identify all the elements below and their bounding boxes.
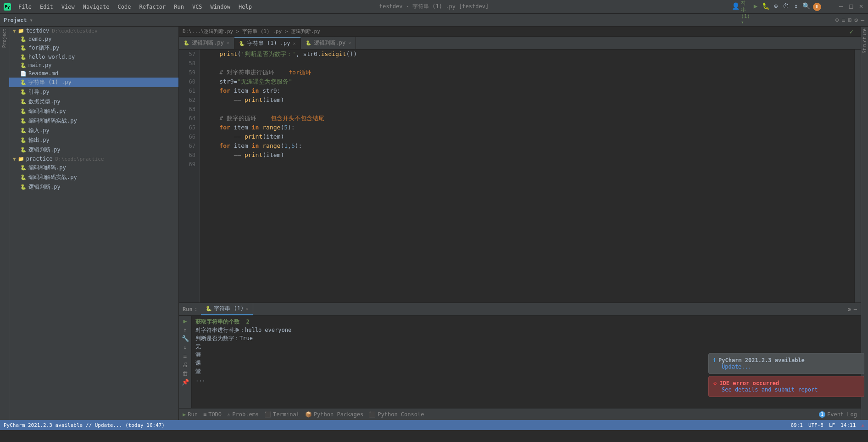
update-link[interactable]: Update... (722, 364, 751, 370)
terminal-tab-btn[interactable]: ⬛ Terminal (264, 411, 300, 418)
tree-root-practice[interactable]: ▼ 📁 practice D:\code\practice (9, 155, 178, 163)
tab-close-icon[interactable]: ✕ (348, 40, 351, 45)
tree-root-testdev[interactable]: ▼ 📁 testdev D:\code\testdev (9, 27, 178, 35)
problems-tab-btn[interactable]: ⚠ Problems (227, 411, 259, 418)
run-line-3: 判断是否为数字：True (195, 334, 857, 342)
search-button[interactable]: 🔍 (803, 3, 809, 9)
error-icon: ⊘ (713, 380, 717, 386)
code-editor: 57 58 59 60 61 62 63 64 65 66 67 68 69 p… (179, 50, 861, 302)
tree-item-encode[interactable]: 🐍 编码和解码.py (9, 106, 178, 116)
run-pin-icon[interactable]: 📌 (182, 379, 189, 386)
tab-ljpd1[interactable]: 🐍 逻辑判断.py ✕ (179, 37, 234, 49)
tab-close-icon[interactable]: ✕ (227, 40, 229, 45)
profile-button[interactable]: ⏱ (783, 3, 789, 9)
debug-button[interactable]: 🐛 (762, 3, 769, 9)
run-print-icon[interactable]: 🖨 (182, 361, 188, 368)
menu-code[interactable]: Code (114, 3, 135, 11)
menu-window[interactable]: Window (207, 3, 234, 11)
coverage-button[interactable]: ⊕ (773, 3, 779, 9)
run-tab-close[interactable]: ✕ (245, 306, 248, 311)
run-play-icon[interactable]: ▶ (184, 318, 187, 325)
tree-item-logic[interactable]: 🐍 逻辑判断.py (9, 145, 178, 155)
maximize-button[interactable]: □ (848, 3, 854, 9)
tree-item-guide[interactable]: 🐍 引导.py (9, 87, 178, 97)
menu-edit[interactable]: Edit (36, 3, 57, 11)
tree-item-p-logic[interactable]: 🐍 逻辑判断.py (9, 182, 178, 192)
tree-root-path: D:\code\testdev (52, 28, 97, 34)
expand-icon[interactable]: ⊞ (848, 17, 852, 23)
event-log-btn[interactable]: 1 Event Log (819, 411, 857, 418)
tree-item-p-encode2[interactable]: 🐍 编码和解码实战.py (9, 173, 178, 182)
settings-icon[interactable]: ⚙ (854, 17, 858, 23)
run-trash-icon[interactable]: 🗑 (182, 370, 188, 377)
terminal-icon: ⬛ (264, 411, 271, 418)
tab-zfc[interactable]: 🐍 字符串 (1) .py ✕ (234, 37, 301, 49)
python-packages-label: Python Packages (314, 411, 363, 418)
tree-item-input[interactable]: 🐍 输入.py (9, 126, 178, 135)
todo-label: TODO (208, 411, 222, 418)
close-panel-icon[interactable]: — (861, 17, 864, 23)
run-up-icon[interactable]: ↑ (184, 326, 187, 333)
tree-item-dtype[interactable]: 🐍 数据类型.py (9, 97, 178, 106)
tree-item-readme[interactable]: 📄 Readme.md (9, 69, 178, 78)
tab-label: 字符串 (1) .py (247, 39, 290, 47)
tree-item-label: 逻辑判断.py (28, 183, 61, 191)
menu-run[interactable]: Run (170, 3, 188, 11)
editor-tabs: 🐍 逻辑判断.py ✕ 🐍 字符串 (1) .py ✕ 🐍 逻辑判断.py ✕ (179, 37, 861, 50)
project-label[interactable]: Project (4, 17, 27, 23)
tree-item-p-encode[interactable]: 🐍 编码和解码.py (9, 163, 178, 173)
python-console-tab-btn[interactable]: ⬛ Python Console (369, 411, 424, 418)
menu-help[interactable]: Help (235, 3, 256, 11)
run-tab-zfc[interactable]: 🐍 字符串 (1) ✕ (201, 303, 253, 315)
settings-icon[interactable]: ⚙ (848, 306, 851, 313)
code-content[interactable]: print('判断是否为数字：', str0.isdigit()) # 对字符串… (200, 50, 854, 302)
menu-navigate[interactable]: Navigate (79, 3, 113, 11)
collapse-icon[interactable]: ≡ (842, 17, 846, 23)
run-button[interactable]: ▶ (752, 3, 759, 9)
code-line-63 (205, 105, 854, 114)
tree-item-demo[interactable]: 🐍 demo.py (9, 35, 178, 43)
code-line-68: —— print(item) (205, 151, 854, 160)
tree-item-hello[interactable]: 🐍 hello world.py (9, 53, 178, 61)
python-packages-tab-btn[interactable]: 📦 Python Packages (305, 411, 363, 418)
project-panel-tab[interactable]: Project (1, 27, 8, 50)
tree-item-label: 编码和解码.py (28, 164, 66, 172)
run-wrench-icon[interactable]: 🔧 (182, 335, 189, 342)
tab-label: 逻辑判断.py (314, 39, 346, 47)
code-line-60: str9="无涯课堂为您服务" (205, 77, 854, 86)
tab-ljpd2[interactable]: 🐍 逻辑判断.py ✕ (301, 37, 356, 49)
tree-item-zfc[interactable]: 🐍 字符串 (1) .py (9, 78, 178, 87)
run-tab-btn[interactable]: ▶ Run (183, 411, 198, 418)
right-gutter (854, 50, 861, 302)
todo-tab-btn[interactable]: ≡ TODO (203, 411, 222, 418)
run-down-icon[interactable]: ↓ (184, 344, 187, 351)
user-avatar[interactable]: U (813, 3, 821, 11)
structure-panel-label[interactable]: Structure (861, 27, 868, 55)
error-details-link[interactable]: See details and submit report (722, 386, 818, 393)
status-right: 69:1 UTF-8 LF 14:11 ⚠ (790, 422, 864, 428)
vcs-button[interactable]: ↕ (793, 3, 799, 9)
todo-icon: ≡ (203, 411, 206, 418)
menu-file[interactable]: File (15, 3, 35, 11)
tab-area-right: ✓ (850, 28, 857, 35)
project-dropdown-icon[interactable]: ▾ (30, 17, 33, 23)
tree-item-for[interactable]: 🐍 for循环.py (9, 43, 178, 53)
line-numbers: 57 58 59 60 61 62 63 64 65 66 67 68 69 (179, 50, 200, 302)
menu-view[interactable]: View (58, 3, 78, 11)
locate-icon[interactable]: ⊕ (835, 17, 839, 23)
menu-refactor[interactable]: Refactor (135, 3, 169, 11)
tree-item-main[interactable]: 🐍 main.py (9, 61, 178, 69)
tab-close-icon[interactable]: ✕ (293, 41, 296, 46)
run-lines-icon[interactable]: ≡ (184, 352, 187, 359)
close-button[interactable]: ✕ (858, 3, 864, 9)
run-config[interactable]: ▶ 字符串 (1) ▾ (742, 3, 749, 9)
user-icon[interactable]: 👤 (732, 3, 739, 9)
run-line-4: 无 (195, 342, 857, 351)
minimize-button[interactable]: — (838, 3, 844, 9)
tree-item-label: hello world.py (28, 54, 75, 60)
tree-item-output[interactable]: 🐍 输出.py (9, 135, 178, 145)
tree-item-encode2[interactable]: 🐍 编码和解码实战.py (9, 116, 178, 126)
menu-vcs[interactable]: VCS (189, 3, 206, 11)
minimize-run-icon[interactable]: — (854, 306, 857, 313)
py-file-icon: 🐍 (20, 36, 27, 42)
